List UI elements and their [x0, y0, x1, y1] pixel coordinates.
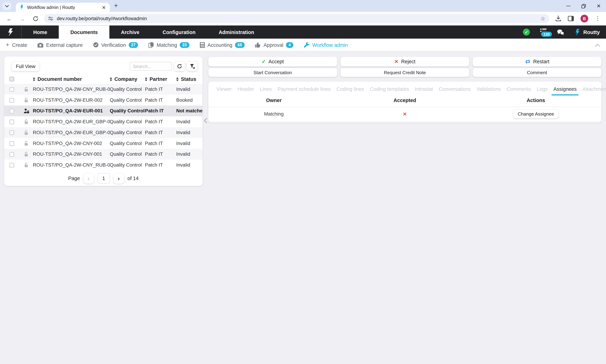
document-detail-panel: Viewer Header Lines Payment schedule lin… — [208, 81, 601, 123]
tab-coding-templates[interactable]: Coding templates — [370, 86, 409, 92]
screen: Workflow admin | Routty ✕ + × ← → dev.ro… — [0, 0, 606, 364]
row-checkbox[interactable] — [9, 119, 14, 124]
row-checkbox[interactable] — [9, 163, 14, 168]
reload-icon[interactable] — [32, 16, 39, 21]
minimize-icon[interactable] — [566, 6, 570, 6]
comment-button[interactable]: Comment — [473, 68, 601, 77]
accept-button[interactable]: ✓ Accept — [208, 57, 337, 66]
tab-attachments[interactable]: Attachments — [582, 86, 606, 92]
column-status[interactable]: Status — [176, 76, 203, 82]
tab-comments[interactable]: Comments — [507, 86, 531, 92]
table-row[interactable]: ROU-TST/PO_QA-2W-CNY_RUB-001 Quality Con… — [4, 84, 203, 95]
row-checkbox[interactable] — [9, 141, 14, 146]
tab-close-icon[interactable]: ✕ — [102, 5, 106, 10]
cell-partner: Patch IT — [145, 119, 176, 125]
table-row[interactable]: ROU-TST/PO_QA-2W-EUR-002 Quality Control… — [4, 95, 203, 105]
url-text[interactable]: dev.routty.be/portal/routty/#workflowadm… — [57, 16, 541, 21]
table-row[interactable]: ROU-TST/PO_QA-2W-CNY-002 Quality Control… — [4, 138, 203, 149]
tab-coding-lines[interactable]: Coding lines — [336, 86, 364, 92]
browser-profile-avatar[interactable]: B — [580, 15, 588, 22]
page-number-input[interactable] — [97, 173, 110, 183]
column-partner[interactable]: Partner — [145, 76, 176, 82]
close-icon[interactable]: × — [597, 3, 601, 9]
cell-status: Invalid — [176, 152, 203, 157]
restore-icon[interactable] — [581, 4, 586, 8]
approval-button[interactable]: Approval 4 — [255, 42, 293, 48]
change-assignee-button[interactable]: Change Assignee — [513, 110, 558, 118]
download-icon[interactable] — [555, 15, 561, 22]
app-logo[interactable] — [0, 26, 22, 39]
chat-icon[interactable] — [557, 29, 565, 35]
bookmark-star-icon[interactable]: ☆ — [541, 15, 545, 22]
clear-filter-button[interactable] — [187, 61, 198, 71]
row-checkbox[interactable] — [9, 98, 14, 103]
matching-count-badge: 23 — [180, 42, 189, 48]
collapse-panel-button[interactable] — [203, 117, 208, 124]
back-icon[interactable]: ← — [5, 15, 13, 22]
table-row[interactable]: ROU-TST/PO_QA-2W-CNY_RUB-002 Quality Con… — [4, 160, 203, 170]
prev-page-button[interactable]: ‹ — [83, 173, 94, 183]
request-credit-note-button[interactable]: Request Credit Note — [341, 68, 469, 77]
search-input[interactable] — [129, 62, 172, 71]
table-row[interactable]: ROU-TST/PO_QA-2W-EUR_GBP-001 Quality Con… — [4, 127, 203, 138]
tab-validations[interactable]: Validations — [477, 86, 501, 92]
tab-search-button[interactable] — [3, 2, 11, 10]
workflow-admin-button[interactable]: Workflow admin — [304, 42, 348, 48]
side-panel-icon[interactable] — [568, 16, 574, 21]
status-ok-icon[interactable]: ✓ — [523, 29, 530, 36]
external-capture-button[interactable]: External capture — [38, 42, 83, 48]
restart-button[interactable]: Restart — [473, 57, 601, 66]
url-bar[interactable]: dev.routty.be/portal/routty/#workflowadm… — [44, 14, 549, 23]
column-document-number[interactable]: Document number — [33, 76, 110, 82]
browser-menu-icon[interactable]: ⋮ — [595, 15, 601, 22]
forward-icon[interactable]: → — [19, 15, 26, 22]
accounting-button[interactable]: Accounting 66 — [200, 42, 245, 48]
reject-button[interactable]: ✕ Reject — [341, 57, 469, 66]
collapse-actions-button[interactable] — [595, 42, 600, 48]
table-row[interactable]: ROU-TST/PO_QA-2W-CNY-001 Quality Control… — [4, 149, 203, 160]
nav-item-archive[interactable]: Archive — [109, 26, 151, 39]
sort-icon — [33, 77, 35, 81]
new-tab-button[interactable]: + — [114, 2, 118, 10]
full-view-button[interactable]: Full View — [12, 62, 40, 71]
pagination: Page ‹ › of 14 — [4, 173, 203, 183]
tab-logs[interactable]: Logs — [537, 86, 548, 92]
refresh-button[interactable] — [174, 61, 185, 71]
column-company[interactable]: Company — [110, 76, 145, 82]
task-list-button[interactable]: 120 — [541, 29, 547, 36]
browser-tab[interactable]: Workflow admin | Routty ✕ — [16, 3, 110, 12]
tab-payment-schedule-lines[interactable]: Payment schedule lines — [278, 86, 331, 92]
cell-doc-number: ROU-TST/PO_QA-2W-CNY_RUB-002 — [33, 162, 110, 168]
row-checkbox[interactable] — [9, 108, 14, 113]
cell-partner: Patch IT — [145, 108, 176, 114]
start-conversation-button[interactable]: Start Conversation — [208, 68, 337, 77]
tab-assignees[interactable]: Assignees — [554, 86, 577, 92]
tab-lines[interactable]: Lines — [260, 86, 272, 92]
nav-item-configuration[interactable]: Configuration — [151, 26, 207, 39]
nav-item-administration[interactable]: Administration — [207, 26, 266, 39]
external-capture-label: External capture — [46, 42, 83, 48]
nav-item-documents[interactable]: Documents — [59, 26, 109, 39]
verification-button[interactable]: Verification 27 — [93, 42, 138, 48]
site-settings-icon[interactable] — [48, 16, 53, 21]
select-all-checkbox[interactable] — [9, 77, 14, 81]
restart-label: Restart — [533, 59, 549, 65]
row-checkbox[interactable] — [9, 152, 14, 157]
unlocked-icon — [24, 162, 29, 168]
assigned-user-lock-icon — [24, 108, 29, 114]
tab-header[interactable]: Header — [237, 86, 254, 92]
table-row-selected[interactable]: ROU-TST/PO_QA-2W-EUR-001 Quality Control… — [4, 105, 203, 117]
table-row[interactable]: ROU-TST/PO_QA-2W-EUR_GBP-002 Quality Con… — [4, 116, 203, 127]
cell-company: Quality Control — [110, 119, 145, 125]
nav-item-home[interactable]: Home — [22, 26, 59, 39]
brand[interactable]: Routty — [575, 28, 600, 36]
tab-intrastat[interactable]: Intrastat — [415, 86, 433, 92]
next-page-button[interactable]: › — [114, 173, 124, 183]
create-button[interactable]: + Create — [6, 42, 27, 48]
unlocked-icon — [24, 87, 29, 92]
row-checkbox[interactable] — [9, 87, 14, 92]
tab-conversations[interactable]: Conversations — [439, 86, 471, 92]
row-checkbox[interactable] — [9, 130, 14, 135]
matching-button[interactable]: Matching 23 — [149, 42, 189, 48]
tab-viewer[interactable]: Viewer — [216, 86, 232, 92]
